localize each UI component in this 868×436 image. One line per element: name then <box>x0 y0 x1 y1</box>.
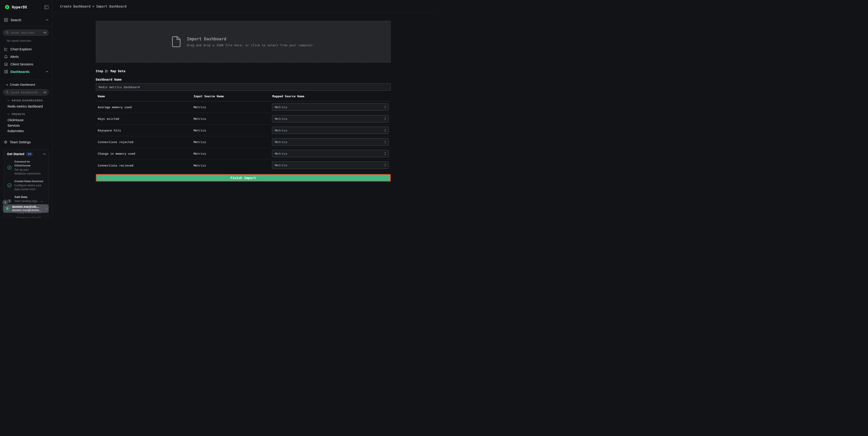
laptop-icon <box>4 62 8 66</box>
search-section-icon <box>4 18 8 22</box>
select-chevrons-icon <box>384 117 386 120</box>
row-input-source: Metrics <box>194 129 206 132</box>
saved-dashboards-searchbox[interactable]: ⌘K <box>3 89 49 95</box>
chevron-up-icon[interactable] <box>46 71 49 72</box>
get-started-title: Get Started <box>7 152 24 156</box>
col-header-mapped-source: Mapped Source Name <box>272 94 305 98</box>
row-name: Keys evicted <box>98 117 119 120</box>
create-dashboard-button[interactable]: + Create Dashboard <box>0 81 52 88</box>
preset-item-clickhouse[interactable]: ClickHouse <box>0 117 52 123</box>
chevron-right-icon: › <box>46 207 47 211</box>
row-name: Connections rejected <box>98 140 133 144</box>
bell-icon <box>4 55 8 59</box>
chevron-up-icon[interactable] <box>43 153 46 155</box>
table-header-row: Name Input Source Name Mapped Source Nam… <box>96 91 391 101</box>
chevron-up-icon[interactable] <box>46 19 49 21</box>
mapped-source-select[interactable]: Metrics <box>272 150 389 157</box>
shortcut-badge: ⌘K <box>43 31 46 34</box>
mapped-source-select[interactable]: Metrics <box>272 104 389 111</box>
finish-import-button[interactable]: Finish Import <box>96 174 391 181</box>
dashboard-name-label: Dashboard Name <box>96 78 391 81</box>
sidebar-item-alerts[interactable]: Alerts <box>0 53 52 60</box>
chart-icon <box>4 47 8 51</box>
user-name: dominic.tran@clic... <box>12 205 45 209</box>
hyperdx-logo-icon <box>5 5 10 10</box>
select-chevrons-icon <box>384 164 386 167</box>
help-button[interactable]: ? <box>2 200 8 205</box>
user-email: dominic.tran@clickho... <box>12 209 45 212</box>
chevron-down-icon <box>7 113 9 115</box>
table-row: Connections recieved Metrics Metrics <box>96 159 391 171</box>
sidebar-nav: Chart Explorer Alerts Client Sessions Da… <box>0 45 52 76</box>
row-input-source: Metrics <box>194 140 206 144</box>
preset-item-kubernetes[interactable]: Kubernetes <box>0 128 52 134</box>
table-row: Average memory used Metrics Metrics <box>96 101 391 113</box>
get-started-step-sources[interactable]: Create Data Sources Configure where your… <box>7 179 46 191</box>
step-title: Add Data <box>14 195 39 199</box>
dropzone-title: Import Dashboard <box>187 37 315 41</box>
import-dashboard-content: Import Dashboard Drag and drop a JSON fi… <box>96 21 391 181</box>
mapped-source-select[interactable]: Metrics <box>272 127 389 134</box>
row-name: Change in memory used <box>98 152 135 155</box>
saved-dashboards-section-toggle[interactable]: SAVED DASHBOARDS <box>0 98 52 103</box>
gear-icon: ⚙ <box>4 140 7 144</box>
team-settings-button[interactable]: ⚙ Team Settings <box>0 139 52 145</box>
dashboard-name-input[interactable] <box>96 83 391 91</box>
saved-searches-input[interactable] <box>10 31 43 34</box>
topbar: Create Dashboard > Import Dashboard <box>52 0 434 13</box>
user-menu[interactable]: D dominic.tran@clic... dominic.tran@clic… <box>3 204 49 213</box>
shortcut-badge: ⌘K <box>43 91 46 94</box>
mapping-table: Name Input Source Name Mapped Source Nam… <box>96 91 391 171</box>
plus-icon: + <box>6 83 8 87</box>
json-dropzone[interactable]: Import Dashboard Drag and drop a JSON fi… <box>96 21 391 63</box>
sidebar-item-client-sessions[interactable]: Client Sessions <box>0 60 52 68</box>
search-label: Search <box>10 18 21 22</box>
search-icon <box>6 31 9 35</box>
preset-item-services[interactable]: Services <box>0 123 52 128</box>
table-row: Connections rejected Metrics Metrics <box>96 136 391 148</box>
presets-section-toggle[interactable]: PRESETS <box>0 112 52 116</box>
step-desc: Set up your database connection <box>14 168 41 176</box>
saved-dashboard-item[interactable]: Redis metrics dashboard <box>0 104 52 109</box>
dashboards-icon <box>4 70 8 74</box>
select-chevrons-icon <box>384 106 386 109</box>
divider <box>0 26 52 27</box>
sidebar-item-chart-explorer[interactable]: Chart Explorer <box>0 45 52 53</box>
saved-dashboards-input[interactable] <box>10 91 43 94</box>
saved-searches-searchbox[interactable]: ⌘K <box>3 30 49 36</box>
select-chevrons-icon <box>384 152 386 155</box>
main-area: Create Dashboard > Import Dashboard Impo… <box>52 0 434 218</box>
table-row: Keys evicted Metrics Metrics <box>96 113 391 125</box>
sidebar: HyperDX Search ⌘K No saved searches Char… <box>0 0 52 218</box>
row-input-source: Metrics <box>194 152 206 155</box>
collapse-sidebar-icon[interactable] <box>44 5 49 9</box>
col-header-input-source: Input Source Name <box>194 94 224 98</box>
row-name: Average memory used <box>98 106 132 109</box>
step-title: Create Data Sources <box>14 179 44 183</box>
row-input-source: Metrics <box>194 164 206 167</box>
search-icon <box>6 90 9 94</box>
row-name: Keyspace hits <box>98 129 121 132</box>
mapped-source-select[interactable]: Metrics <box>272 162 389 169</box>
sidebar-item-dashboards[interactable]: Dashboards <box>0 68 52 76</box>
row-name: Connections recieved <box>98 164 133 167</box>
col-header-name: Name <box>98 94 105 98</box>
table-row: Change in memory used Metrics Metrics <box>96 148 391 159</box>
sidebar-item-search[interactable]: Search <box>0 17 52 22</box>
select-chevrons-icon <box>384 129 386 132</box>
mapped-source-select[interactable]: Metrics <box>272 115 389 122</box>
row-input-source: Metrics <box>194 106 206 109</box>
mapped-source-select[interactable]: Metrics <box>272 138 389 146</box>
get-started-step-connect[interactable]: Connect to ClickHouse Set up your databa… <box>7 160 46 176</box>
dropzone-subtitle: Drag and drop a JSON file here, or click… <box>187 43 315 47</box>
step-2-title: Step 2: Map Data <box>96 69 391 73</box>
no-saved-searches-note: No saved searches <box>0 39 52 42</box>
breadcrumb: Create Dashboard > Import Dashboard <box>60 5 126 8</box>
chevron-down-icon <box>7 100 9 101</box>
row-input-source: Metrics <box>194 117 206 120</box>
table-row: Keyspace hits Metrics Metrics <box>96 125 391 136</box>
arrow-right-icon: → <box>40 199 43 203</box>
check-circle-icon <box>7 160 11 176</box>
step-title: Connect to ClickHouse <box>14 160 41 168</box>
file-icon <box>172 36 181 48</box>
